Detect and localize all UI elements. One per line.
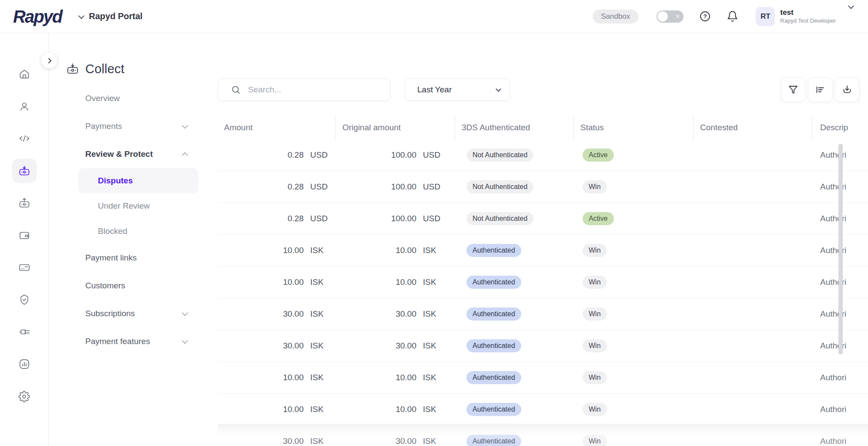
amount-value: 0.28 (218, 150, 304, 160)
auth-badge: Not Authenticated (466, 180, 533, 193)
sidebar-item-disburse[interactable] (12, 191, 37, 215)
3ds-cell: Authenticated (455, 426, 574, 446)
amount-currency: USD (310, 214, 330, 223)
menu-item[interactable]: Payment links (49, 244, 218, 272)
table-row[interactable]: 10.00 ISK 10.00 ISK Authenticated Win Au… (218, 267, 868, 298)
download-icon (842, 84, 852, 95)
table-row[interactable]: 10.00 ISK 10.00 ISK Authenticated Win Au… (218, 362, 868, 394)
sort-button[interactable] (808, 78, 832, 102)
amount-value: 10.00 (218, 373, 304, 382)
contested-cell (694, 203, 812, 234)
contested-cell (694, 298, 812, 330)
column-header[interactable]: Descrip (812, 116, 868, 139)
table-row[interactable]: 30.00 ISK 30.00 ISK Authenticated Win Au… (218, 426, 868, 446)
sidebar-expand-button[interactable] (41, 53, 57, 68)
user-info[interactable]: test Rapyd Test Developer (780, 8, 836, 24)
amount-currency: ISK (310, 341, 330, 351)
amount-value: 10.00 (218, 246, 304, 255)
auth-badge: Authenticated (466, 403, 521, 416)
amount-value: 10.00 (218, 277, 304, 287)
filter-button[interactable] (781, 78, 805, 102)
contested-cell (694, 330, 812, 362)
sidebar-item-developers[interactable] (12, 126, 37, 151)
table-row[interactable]: 10.00 ISK 10.00 ISK Authenticated Win Au… (218, 394, 868, 426)
user-menu-chevron-icon[interactable] (848, 3, 854, 9)
amount-cell: 30.00 ISK (218, 330, 336, 362)
auth-badge: Not Authenticated (466, 149, 533, 162)
sidebar-item-analytics[interactable] (12, 352, 37, 376)
chevron-down-icon (78, 13, 84, 19)
sandbox-toggle[interactable]: ✕ (657, 10, 684, 23)
menu-item[interactable]: Review & Protect (49, 140, 218, 168)
help-button[interactable]: ? (699, 10, 711, 22)
column-header[interactable]: Status (574, 116, 694, 139)
amount-cell: 10.00 ISK (218, 394, 336, 425)
3ds-cell: Not Authenticated (455, 203, 574, 234)
table-toolbar: Last Year (218, 78, 868, 102)
3ds-cell: Not Authenticated (455, 139, 574, 171)
amount-value: 30.00 (218, 436, 304, 446)
menu-item[interactable]: Overview (49, 84, 218, 112)
amount-cell: 10.00 ISK (218, 362, 336, 393)
collect-sidebar: Collect Overview Payments Review & Prote… (49, 33, 218, 446)
table-row[interactable]: 30.00 ISK 30.00 ISK Authenticated Win Au… (218, 330, 868, 362)
menu-item-label: Blocked (98, 226, 127, 236)
download-button[interactable] (835, 78, 859, 102)
menu-item-label: Payment links (85, 253, 137, 263)
status-cell: Active (574, 203, 694, 234)
menu-item[interactable]: Subscriptions (49, 300, 218, 328)
menu-item[interactable]: Payments (49, 112, 218, 140)
column-header[interactable]: Original amount (336, 116, 455, 139)
amount-currency: USD (310, 182, 330, 192)
sidebar-item-collect[interactable] (12, 159, 37, 183)
date-range-select[interactable]: Last Year (405, 78, 510, 101)
status-badge: Active (583, 149, 614, 162)
menu-item[interactable]: Payment features (49, 328, 218, 355)
sidebar-item-integrations[interactable] (12, 320, 37, 344)
section-title: Collect (85, 62, 124, 76)
table-row[interactable]: 10.00 ISK 10.00 ISK Authenticated Win Au… (218, 235, 868, 267)
menu-item[interactable]: Under Review (49, 193, 218, 219)
original-amount-cell: 100.00 USD (336, 203, 455, 234)
column-header[interactable]: 3DS Authenticated (455, 116, 574, 139)
search-input[interactable] (248, 85, 383, 95)
table-row[interactable]: 0.28 USD 100.00 USD Not Authenticated Ac… (218, 139, 868, 171)
table-row[interactable]: 30.00 ISK 30.00 ISK Authenticated Win Au… (218, 298, 868, 330)
contested-cell (694, 139, 812, 171)
menu-item-label: Subscriptions (85, 309, 135, 318)
portal-switcher[interactable]: Rapyd Portal (79, 11, 142, 21)
description-cell: Authori (812, 426, 868, 446)
menu-item[interactable]: Blocked (49, 219, 218, 244)
original-amount-value: 100.00 (336, 182, 416, 192)
notifications-button[interactable] (727, 10, 738, 22)
sidebar-item-clients[interactable] (12, 94, 37, 118)
collect-menu: Overview Payments Review & Protect Dispu… (49, 84, 218, 355)
column-header[interactable]: Amount (218, 116, 336, 139)
status-cell: Win (574, 171, 694, 203)
3ds-cell: Authenticated (455, 298, 574, 330)
sidebar-item-verify[interactable] (12, 287, 37, 312)
auth-badge: Authenticated (466, 371, 521, 384)
original-amount-value: 100.00 (336, 150, 416, 160)
avatar[interactable]: RT (756, 7, 775, 26)
original-amount-cell: 30.00 ISK (336, 298, 455, 330)
toggle-knob (657, 11, 668, 22)
status-badge: Win (583, 276, 607, 289)
menu-item[interactable]: Disputes (78, 168, 198, 193)
table-row[interactable]: 0.28 USD 100.00 USD Not Authenticated Wi… (218, 171, 868, 203)
sidebar-item-home[interactable] (12, 62, 37, 86)
status-badge: Win (583, 180, 607, 193)
menu-item[interactable]: Customers (49, 272, 218, 300)
contested-cell (694, 394, 812, 425)
3ds-cell: Authenticated (455, 330, 574, 362)
sidebar-item-card-issuing[interactable] (12, 255, 37, 280)
sidebar-item-settings[interactable] (12, 384, 37, 409)
date-range-value: Last Year (417, 85, 452, 95)
home-icon (18, 68, 30, 80)
table-row[interactable]: 0.28 USD 100.00 USD Not Authenticated Ac… (218, 203, 868, 235)
rapyd-logo[interactable]: Rapyd (13, 8, 62, 25)
sidebar-item-wallet[interactable] (12, 223, 37, 247)
column-header[interactable]: Contested (694, 116, 812, 139)
table-scrollbar[interactable] (838, 144, 843, 355)
plug-icon (18, 326, 30, 338)
